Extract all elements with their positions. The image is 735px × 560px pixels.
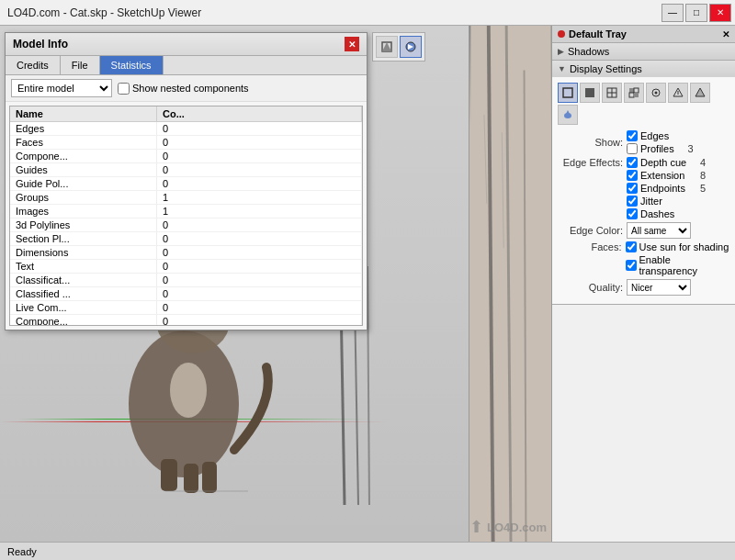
tray-header: Default Tray ✕ [552, 26, 735, 43]
display-arrow: ▼ [558, 64, 566, 73]
tray-close-icon[interactable]: ✕ [722, 29, 729, 39]
depth-cue-value: 4 [689, 157, 706, 168]
minimize-button[interactable]: — [662, 4, 684, 22]
close-button[interactable]: ✕ [709, 4, 731, 22]
stats-row-11[interactable]: Classificat... 0 [10, 274, 362, 287]
watermark: ⬆ LO4D.com [469, 517, 547, 537]
profiles-check-row: Profiles 3 [627, 143, 694, 154]
svg-marker-35 [695, 88, 705, 96]
svg-line-11 [368, 266, 369, 505]
shadows-label: Shadows [568, 46, 609, 57]
faces-label: Faces: [558, 241, 626, 252]
dialog-close-button[interactable]: ✕ [345, 37, 359, 51]
stats-cell-value-13: 0 [157, 301, 362, 314]
stats-cell-name-14: Compone... [10, 315, 157, 326]
disp-icon-1[interactable] [580, 83, 600, 103]
stats-row-12[interactable]: Classified ... 0 [10, 287, 362, 301]
disp-icon-5[interactable] [668, 83, 688, 103]
stats-row-4[interactable]: Guide Pol... 0 [10, 177, 362, 191]
disp-icon-4[interactable] [646, 83, 666, 103]
extension-value: 8 [689, 170, 706, 181]
tab-file[interactable]: File [61, 56, 100, 74]
stats-cell-name-11: Classificat... [10, 274, 157, 286]
stats-row-2[interactable]: Compone... 0 [10, 150, 362, 163]
stats-row-6[interactable]: Images 1 [10, 205, 362, 218]
stats-cell-value-12: 0 [157, 287, 362, 300]
stats-row-9[interactable]: Dimensions 0 [10, 246, 362, 260]
stats-cell-value-14: 0 [157, 315, 362, 326]
tab-statistics[interactable]: Statistics [100, 56, 164, 74]
svg-rect-5 [184, 464, 198, 493]
display-settings-header[interactable]: ▼ Display Settings [552, 61, 735, 77]
depth-cue-checkbox[interactable] [627, 157, 638, 168]
toolbar-icons [372, 32, 425, 62]
dashes-label: Dashes [640, 208, 674, 219]
quality-select[interactable]: Nicer [627, 279, 691, 296]
disp-icon-6[interactable] [690, 83, 710, 103]
dashes-checkbox[interactable] [627, 208, 638, 219]
sun-shading-checkbox[interactable] [626, 241, 637, 252]
dialog-tabs: Credits File Statistics [6, 56, 367, 75]
edge-effects-checks: Depth cue 4 Extension 8 Endpoints 5 [627, 157, 706, 219]
stats-cell-name-1: Faces [10, 136, 157, 149]
stats-row-10[interactable]: Text 0 [10, 260, 362, 274]
svg-rect-6 [202, 462, 217, 493]
quality-label: Quality: [558, 282, 627, 293]
svg-rect-30 [634, 93, 639, 97]
stats-row-5[interactable]: Groups 1 [10, 191, 362, 205]
dialog-toolbar: Entire model Show nested components [6, 75, 367, 102]
stats-cell-name-12: Classified ... [10, 287, 157, 300]
svg-rect-22 [563, 88, 572, 97]
stats-cell-name-3: Guides [10, 163, 157, 176]
edge-effects-row: Edge Effects: Depth cue 4 Extension 8 [558, 157, 729, 219]
cat-strip-inner [469, 26, 551, 542]
edges-label: Edges [640, 130, 669, 141]
transparency-row: Enable transparency [626, 254, 729, 276]
stats-cell-value-1: 0 [157, 136, 362, 149]
shadows-section: ▶ Shadows [552, 43, 735, 61]
tab-credits[interactable]: Credits [6, 56, 61, 74]
stats-cell-name-6: Images [10, 205, 157, 218]
profiles-value: 3 [677, 143, 694, 154]
stats-cell-value-2: 0 [157, 150, 362, 162]
cat-strip-svg [469, 26, 551, 542]
disp-icon-2[interactable] [602, 83, 622, 103]
stats-row-14[interactable]: Compone... 0 [10, 315, 362, 326]
profiles-label: Profiles [640, 143, 674, 154]
disp-icon-3[interactable] [624, 83, 644, 103]
right-panel: Default Tray ✕ ▶ Shadows ▼ Display Setti… [551, 26, 735, 542]
transparency-checkbox[interactable] [626, 260, 637, 271]
model-scope-select[interactable]: Entire model [11, 79, 112, 97]
transparency-label: Enable transparency [639, 254, 729, 276]
stats-row-3[interactable]: Guides 0 [10, 163, 362, 177]
stats-cell-name-8: Section Pl... [10, 232, 157, 245]
stats-row-8[interactable]: Section Pl... 0 [10, 232, 362, 246]
stats-row-7[interactable]: 3d Polylines 0 [10, 218, 362, 232]
nested-components-checkbox[interactable]: Show nested components [118, 83, 249, 95]
stats-row-0[interactable]: Edges 0 [10, 122, 362, 136]
disp-icon-0[interactable] [558, 83, 578, 103]
endpoints-checkbox[interactable] [627, 183, 638, 194]
maximize-button[interactable]: □ [685, 4, 707, 22]
show-row: Show: Edges Profiles 3 [558, 130, 729, 154]
tool-icon-2[interactable] [400, 36, 422, 58]
edge-color-row: Edge Color: All same [558, 222, 729, 239]
stats-row-13[interactable]: Live Com... 0 [10, 301, 362, 315]
jitter-checkbox[interactable] [627, 196, 638, 207]
profiles-checkbox[interactable] [627, 143, 638, 154]
edges-checkbox[interactable] [627, 130, 638, 141]
svg-marker-19 [382, 42, 391, 51]
status-bar: Ready [0, 542, 735, 560]
tool-icon-1[interactable] [376, 36, 398, 58]
title-text: LO4D.com - Cat.skp - SketchUp Viewer [7, 6, 201, 19]
col-name: Name [10, 106, 157, 121]
display-settings-section: ▼ Display Settings [552, 61, 735, 305]
stats-table[interactable]: Name Co... Edges 0 Faces 0 Compone... 0 … [9, 106, 363, 326]
edge-color-select[interactable]: All same [627, 222, 691, 239]
disp-icon-7[interactable] [558, 105, 578, 125]
stats-row-1[interactable]: Faces 0 [10, 136, 362, 150]
svg-rect-28 [634, 88, 639, 93]
shadows-header[interactable]: ▶ Shadows [552, 43, 735, 60]
stats-cell-name-0: Edges [10, 122, 157, 135]
extension-checkbox[interactable] [627, 170, 638, 181]
